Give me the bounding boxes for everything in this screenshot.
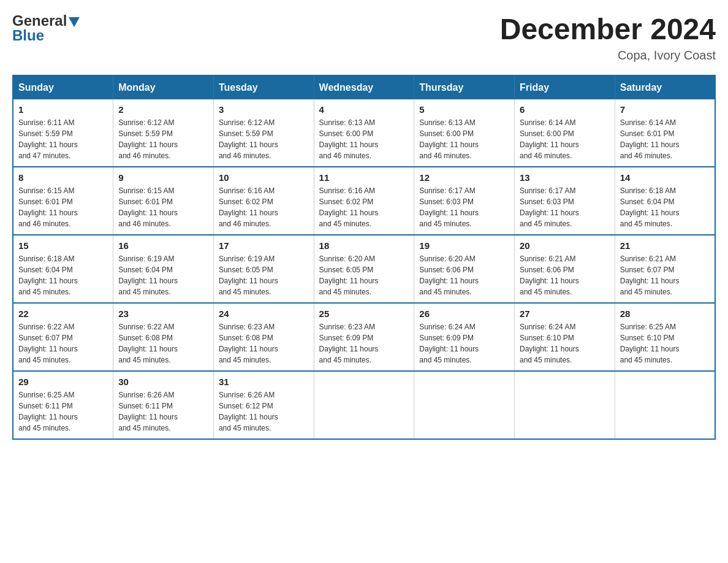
day-number: 26 [419, 308, 509, 319]
day-info: Sunrise: 6:11 AMSunset: 5:59 PMDaylight:… [18, 117, 108, 161]
weekday-header-wednesday: Wednesday [314, 75, 414, 99]
day-info: Sunrise: 6:16 AMSunset: 6:02 PMDaylight:… [319, 185, 409, 229]
weekday-header-row: SundayMondayTuesdayWednesdayThursdayFrid… [13, 75, 715, 99]
calendar-cell [615, 371, 715, 439]
day-info: Sunrise: 6:20 AMSunset: 6:05 PMDaylight:… [319, 253, 409, 297]
day-info: Sunrise: 6:23 AMSunset: 6:08 PMDaylight:… [219, 321, 309, 366]
weekday-header-tuesday: Tuesday [213, 75, 314, 99]
calendar-cell: 30Sunrise: 6:26 AMSunset: 6:11 PMDayligh… [113, 371, 214, 439]
calendar-cell: 7Sunrise: 6:14 AMSunset: 6:01 PMDaylight… [615, 99, 715, 167]
day-info: Sunrise: 6:21 AMSunset: 6:07 PMDaylight:… [620, 253, 710, 297]
calendar-cell: 11Sunrise: 6:16 AMSunset: 6:02 PMDayligh… [314, 167, 414, 235]
day-info: Sunrise: 6:17 AMSunset: 6:03 PMDaylight:… [419, 185, 509, 229]
calendar-cell: 18Sunrise: 6:20 AMSunset: 6:05 PMDayligh… [314, 235, 414, 303]
weekday-header-thursday: Thursday [414, 75, 515, 99]
day-number: 13 [520, 172, 610, 183]
day-number: 7 [620, 104, 710, 115]
day-number: 19 [419, 240, 509, 251]
calendar-cell: 5Sunrise: 6:13 AMSunset: 6:00 PMDaylight… [414, 99, 515, 167]
logo-blue-text: Blue [12, 27, 44, 44]
day-number: 15 [18, 240, 108, 251]
logo: General Blue [12, 12, 80, 44]
calendar-cell: 31Sunrise: 6:26 AMSunset: 6:12 PMDayligh… [213, 371, 314, 439]
calendar-cell: 25Sunrise: 6:23 AMSunset: 6:09 PMDayligh… [314, 303, 414, 371]
calendar-cell: 8Sunrise: 6:15 AMSunset: 6:01 PMDaylight… [13, 167, 113, 235]
calendar-cell: 4Sunrise: 6:13 AMSunset: 6:00 PMDaylight… [314, 99, 414, 167]
day-number: 18 [319, 240, 409, 251]
day-info: Sunrise: 6:17 AMSunset: 6:03 PMDaylight:… [520, 185, 610, 229]
calendar-cell: 3Sunrise: 6:12 AMSunset: 5:59 PMDaylight… [213, 99, 314, 167]
day-info: Sunrise: 6:25 AMSunset: 6:10 PMDaylight:… [620, 321, 710, 366]
calendar-cell: 22Sunrise: 6:22 AMSunset: 6:07 PMDayligh… [13, 303, 113, 371]
day-number: 27 [520, 308, 610, 319]
day-number: 31 [219, 377, 309, 387]
calendar-cell: 14Sunrise: 6:18 AMSunset: 6:04 PMDayligh… [615, 167, 715, 235]
day-info: Sunrise: 6:14 AMSunset: 6:01 PMDaylight:… [620, 117, 710, 161]
calendar-week-row: 29Sunrise: 6:25 AMSunset: 6:11 PMDayligh… [13, 371, 715, 439]
calendar-cell: 15Sunrise: 6:18 AMSunset: 6:04 PMDayligh… [13, 235, 113, 303]
calendar-cell: 9Sunrise: 6:15 AMSunset: 6:01 PMDaylight… [113, 167, 214, 235]
day-number: 22 [18, 308, 108, 319]
calendar-week-row: 22Sunrise: 6:22 AMSunset: 6:07 PMDayligh… [13, 303, 715, 371]
calendar-cell: 19Sunrise: 6:20 AMSunset: 6:06 PMDayligh… [414, 235, 515, 303]
day-number: 30 [118, 377, 208, 387]
day-number: 2 [118, 104, 208, 115]
day-number: 3 [219, 104, 309, 115]
day-number: 9 [118, 172, 208, 183]
calendar-cell: 16Sunrise: 6:19 AMSunset: 6:04 PMDayligh… [113, 235, 214, 303]
day-info: Sunrise: 6:12 AMSunset: 5:59 PMDaylight:… [118, 117, 208, 161]
day-number: 4 [319, 104, 409, 115]
day-info: Sunrise: 6:13 AMSunset: 6:00 PMDaylight:… [319, 117, 409, 161]
day-number: 28 [620, 308, 710, 319]
weekday-header-friday: Friday [515, 75, 615, 99]
day-number: 16 [118, 240, 208, 251]
day-number: 29 [18, 377, 108, 387]
calendar-cell: 2Sunrise: 6:12 AMSunset: 5:59 PMDaylight… [113, 99, 214, 167]
day-info: Sunrise: 6:26 AMSunset: 6:12 PMDaylight:… [219, 389, 309, 434]
day-number: 14 [620, 172, 710, 183]
day-info: Sunrise: 6:24 AMSunset: 6:10 PMDaylight:… [520, 321, 610, 366]
calendar-cell: 21Sunrise: 6:21 AMSunset: 6:07 PMDayligh… [615, 235, 715, 303]
day-number: 8 [18, 172, 108, 183]
calendar-cell: 24Sunrise: 6:23 AMSunset: 6:08 PMDayligh… [213, 303, 314, 371]
day-number: 25 [319, 308, 409, 319]
calendar-cell [314, 371, 414, 439]
day-info: Sunrise: 6:19 AMSunset: 6:05 PMDaylight:… [219, 253, 309, 297]
calendar-cell: 29Sunrise: 6:25 AMSunset: 6:11 PMDayligh… [13, 371, 113, 439]
day-number: 6 [520, 104, 610, 115]
day-number: 21 [620, 240, 710, 251]
day-info: Sunrise: 6:25 AMSunset: 6:11 PMDaylight:… [18, 389, 108, 434]
calendar-cell: 27Sunrise: 6:24 AMSunset: 6:10 PMDayligh… [515, 303, 615, 371]
location: Copa, Ivory Coast [500, 48, 716, 63]
calendar-table: SundayMondayTuesdayWednesdayThursdayFrid… [12, 75, 716, 440]
weekday-header-sunday: Sunday [13, 75, 113, 99]
title-area: December 2024 Copa, Ivory Coast [500, 12, 716, 63]
day-info: Sunrise: 6:23 AMSunset: 6:09 PMDaylight:… [319, 321, 409, 366]
calendar-week-row: 1Sunrise: 6:11 AMSunset: 5:59 PMDaylight… [13, 99, 715, 167]
day-info: Sunrise: 6:15 AMSunset: 6:01 PMDaylight:… [118, 185, 208, 229]
day-number: 24 [219, 308, 309, 319]
day-info: Sunrise: 6:21 AMSunset: 6:06 PMDaylight:… [520, 253, 610, 297]
day-info: Sunrise: 6:22 AMSunset: 6:07 PMDaylight:… [18, 321, 108, 366]
calendar-cell: 13Sunrise: 6:17 AMSunset: 6:03 PMDayligh… [515, 167, 615, 235]
calendar-cell: 23Sunrise: 6:22 AMSunset: 6:08 PMDayligh… [113, 303, 214, 371]
day-info: Sunrise: 6:22 AMSunset: 6:08 PMDaylight:… [118, 321, 208, 366]
day-info: Sunrise: 6:15 AMSunset: 6:01 PMDaylight:… [18, 185, 108, 229]
day-info: Sunrise: 6:16 AMSunset: 6:02 PMDaylight:… [219, 185, 309, 229]
calendar-cell: 17Sunrise: 6:19 AMSunset: 6:05 PMDayligh… [213, 235, 314, 303]
day-number: 20 [520, 240, 610, 251]
day-number: 11 [319, 172, 409, 183]
calendar-week-row: 8Sunrise: 6:15 AMSunset: 6:01 PMDaylight… [13, 167, 715, 235]
day-info: Sunrise: 6:26 AMSunset: 6:11 PMDaylight:… [118, 389, 208, 434]
calendar-cell: 12Sunrise: 6:17 AMSunset: 6:03 PMDayligh… [414, 167, 515, 235]
calendar-cell: 6Sunrise: 6:14 AMSunset: 6:00 PMDaylight… [515, 99, 615, 167]
day-number: 1 [18, 104, 108, 115]
day-info: Sunrise: 6:20 AMSunset: 6:06 PMDaylight:… [419, 253, 509, 297]
calendar-cell [414, 371, 515, 439]
weekday-header-monday: Monday [113, 75, 214, 99]
day-number: 5 [419, 104, 509, 115]
day-info: Sunrise: 6:12 AMSunset: 5:59 PMDaylight:… [219, 117, 309, 161]
calendar-cell: 28Sunrise: 6:25 AMSunset: 6:10 PMDayligh… [615, 303, 715, 371]
calendar-cell: 10Sunrise: 6:16 AMSunset: 6:02 PMDayligh… [213, 167, 314, 235]
calendar-cell: 1Sunrise: 6:11 AMSunset: 5:59 PMDaylight… [13, 99, 113, 167]
